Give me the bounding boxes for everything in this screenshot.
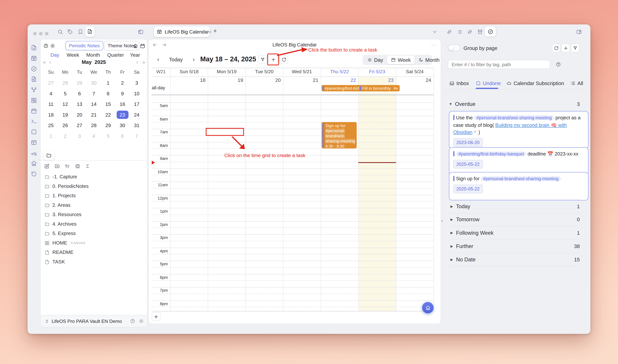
collapse-button[interactable] xyxy=(85,163,90,169)
mini-calendar-day[interactable]: 21 xyxy=(87,109,101,120)
task-card[interactable]: Use the #personal-brand/wot-sharing-meet… xyxy=(449,111,589,149)
ribbon-git-fork-button[interactable] xyxy=(31,87,37,93)
day-header-mon[interactable]: Mon 5/19 xyxy=(208,69,246,75)
file-tree-item[interactable]: 4. Archives xyxy=(41,219,147,229)
mini-calendar-day[interactable]: 27 xyxy=(44,78,58,88)
ribbon-file-search-button[interactable] xyxy=(31,76,37,82)
day-header-sat[interactable]: Sat 5/24 xyxy=(396,69,434,75)
next-year-button[interactable]: » xyxy=(142,59,145,65)
ribbon-check-circle-button[interactable] xyxy=(31,65,37,72)
mini-calendar-day[interactable]: 18 xyxy=(44,109,58,120)
sidebar-left-button[interactable] xyxy=(138,29,143,35)
mini-calendar-day[interactable]: 4 xyxy=(87,131,101,142)
mini-calendar-day[interactable]: 27 xyxy=(72,120,87,131)
file-tree-item[interactable]: 1. Projects xyxy=(41,191,147,200)
mini-calendar-day[interactable]: 10 xyxy=(130,88,144,99)
mini-calendar-day[interactable]: 29 xyxy=(101,120,115,131)
edit-button[interactable] xyxy=(44,163,50,169)
file-tree-item[interactable]: 3. Resources xyxy=(41,210,147,219)
ribbon-history-button[interactable] xyxy=(31,171,37,177)
timed-event[interactable]: Sign up for #personal-brand/wot-sharing-… xyxy=(321,122,357,148)
period-tab-month[interactable]: Month xyxy=(86,52,100,58)
tab-all[interactable]: All xyxy=(570,80,583,86)
day-header-wed[interactable]: Wed 5/21 xyxy=(283,69,321,75)
plus-button[interactable] xyxy=(561,44,570,52)
archive-button[interactable] xyxy=(477,29,483,35)
file-tree-item[interactable]: 5. Express xyxy=(41,229,147,238)
group-section-today[interactable]: ▶Today1 xyxy=(449,199,580,213)
day-header-fri[interactable]: Fri 5/23 xyxy=(358,69,396,75)
chevron-down-button[interactable] xyxy=(432,29,438,35)
mini-calendar-day[interactable]: 24 xyxy=(130,109,144,120)
task-card[interactable]: Sign up for #personal-brand/wot-sharing-… xyxy=(449,172,589,200)
due-date-badge[interactable]: 2025-05-22 xyxy=(453,184,483,193)
mini-calendar-day[interactable]: 26 xyxy=(58,120,72,131)
link-in-button[interactable] xyxy=(467,29,473,35)
zoom-window-button[interactable] xyxy=(45,32,49,35)
file-tree-item[interactable]: README xyxy=(41,247,147,257)
day-header-sun[interactable]: Sun 5/18 xyxy=(170,69,208,75)
panel-button[interactable] xyxy=(75,163,81,169)
group-section-further[interactable]: ▶Further38 xyxy=(449,239,580,253)
mini-calendar-day[interactable]: 7 xyxy=(87,88,101,99)
tags-button[interactable] xyxy=(68,29,73,35)
help-icon[interactable] xyxy=(556,62,561,67)
tab-undone[interactable]: Undone xyxy=(476,80,501,86)
due-date-badge[interactable]: 2025-05-22 xyxy=(453,160,483,168)
mini-calendar-day[interactable]: 23 xyxy=(115,109,130,120)
calendar-button[interactable] xyxy=(140,43,145,48)
filter-button[interactable] xyxy=(571,44,579,52)
day-header-tue[interactable]: Tue 5/20 xyxy=(246,69,283,75)
tag-pill[interactable]: #personal-brand/wot-sharing-meeting xyxy=(474,115,554,120)
mini-calendar-day[interactable]: 11 xyxy=(44,99,58,110)
ribbon-calendar-button[interactable] xyxy=(31,108,37,114)
mini-calendar-day[interactable]: 30 xyxy=(115,120,130,131)
mini-calendar-day[interactable]: 3 xyxy=(130,78,144,88)
mini-calendar-day[interactable]: 28 xyxy=(87,120,101,131)
mini-calendar-day[interactable]: 29 xyxy=(72,78,87,88)
mini-calendar-day[interactable]: 4 xyxy=(44,88,58,99)
file-explorer-tab[interactable] xyxy=(43,151,54,160)
tag-filter-input[interactable] xyxy=(448,60,550,69)
home-button[interactable] xyxy=(133,43,138,48)
vault-switcher[interactable]: LifeOS Pro PARA Vault EN Demo xyxy=(41,315,147,327)
help-button[interactable] xyxy=(43,43,49,48)
mini-calendar-day[interactable]: 13 xyxy=(72,99,87,110)
mini-calendar-day[interactable]: 20 xyxy=(72,109,87,120)
period-tab-week[interactable]: Week xyxy=(67,52,79,58)
overdue-section-header[interactable]: ▼ Overdue 3 xyxy=(449,101,580,107)
collapse-right-panel-handle[interactable]: ‹ xyxy=(441,217,443,224)
file-tree-item[interactable]: 2. Areas xyxy=(41,200,147,210)
mini-calendar-day[interactable]: 3 xyxy=(72,131,87,142)
tag-pill[interactable]: #personal-brand/wot-sharing-meeting xyxy=(481,176,561,181)
tab-close-icon[interactable]: × xyxy=(209,29,212,35)
mini-calendar-day[interactable]: 30 xyxy=(87,78,101,88)
ribbon-canvas-button[interactable] xyxy=(31,97,37,103)
gear-button[interactable] xyxy=(50,43,55,48)
mini-calendar-day[interactable]: 5 xyxy=(101,131,115,142)
group-section-following-week[interactable]: ▶Following Week1 xyxy=(449,226,580,240)
home-fab[interactable] xyxy=(422,302,434,313)
file-tree-item[interactable]: -1. Capture xyxy=(41,172,147,182)
ribbon-terminal-button[interactable] xyxy=(31,118,37,124)
mini-calendar-day[interactable]: 22 xyxy=(101,109,115,120)
task-card[interactable]: #parenting/first-birthday-banquet deadli… xyxy=(449,147,589,176)
tab-periodic-notes[interactable]: Periodic Notes xyxy=(65,41,103,51)
ribbon-dice-button[interactable] xyxy=(31,129,37,135)
file-tree-item[interactable]: 0. PeriodicNotes xyxy=(41,182,147,191)
tag-pill[interactable]: #parenting/first-birthday-banquet xyxy=(456,152,526,156)
mini-calendar-day[interactable]: 14 xyxy=(87,99,101,110)
mini-calendar-day[interactable]: 7 xyxy=(130,131,144,142)
folder-plus-button[interactable] xyxy=(54,163,60,169)
add-task-bottom-button[interactable]: + xyxy=(152,312,160,321)
link-out-button[interactable] xyxy=(446,29,452,35)
group-section-tomorrow[interactable]: ▶Tomorrow0 xyxy=(449,213,580,226)
period-tab-day[interactable]: Day xyxy=(50,52,59,58)
mini-calendar-day[interactable]: 1 xyxy=(101,78,115,88)
file-tree-item[interactable]: TASK xyxy=(41,257,147,267)
file-tree-item[interactable]: HOMECANVAS xyxy=(41,238,147,248)
search-button[interactable] xyxy=(58,29,63,35)
mini-calendar-day[interactable]: 19 xyxy=(58,109,72,120)
ribbon-template-button[interactable]: <% xyxy=(31,150,37,156)
all-day-event[interactable]: Fill in bimonthly#v xyxy=(359,85,399,91)
